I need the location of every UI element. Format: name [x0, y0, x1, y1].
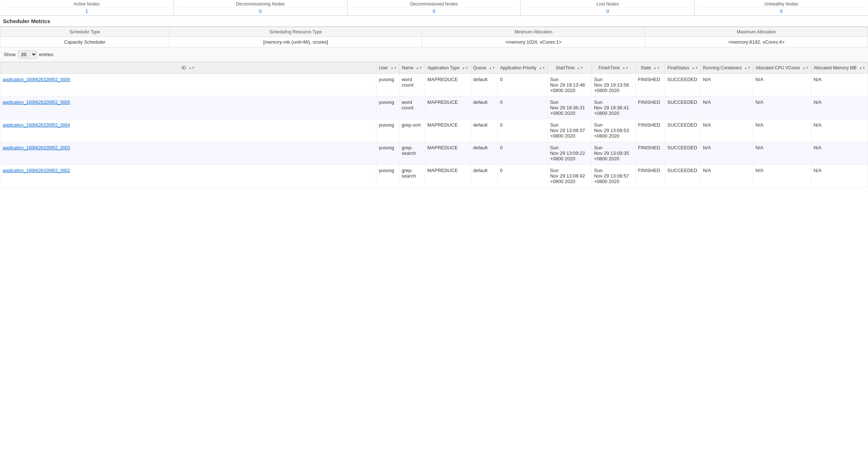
cell-cpu: N/A [753, 96, 811, 119]
scheduler-row: Capacity Scheduler [memory-mb (unit=Mi),… [0, 37, 868, 47]
cell-id: application_1606626329952_0002 [0, 165, 376, 187]
finishtime-sort-icon[interactable]: ▲▼ [622, 66, 629, 70]
cell-memory: N/A [811, 142, 868, 165]
app-id-link[interactable]: application_1606626329952_0005 [3, 100, 70, 105]
cell-apptype: MAPREDUCE [425, 74, 471, 96]
cell-priority: 0 [497, 74, 548, 96]
name-sort-icon[interactable]: ▲▼ [416, 66, 422, 70]
cell-name: grep-search [399, 142, 425, 165]
active-nodes-value: 1 [3, 8, 170, 14]
col-header-finishtime[interactable]: FinishTime ▲▼ [592, 62, 636, 74]
user-sort-icon[interactable]: ▲▼ [390, 66, 397, 70]
priority-sort-icon[interactable]: ▲▼ [539, 66, 545, 70]
active-nodes-cell: Active Nodes 1 [0, 0, 174, 15]
cell-queue: default [471, 165, 497, 187]
finalstatus-sort-icon[interactable]: ▲▼ [692, 66, 698, 70]
show-entries-bar: Show 10 20 50 100 entries [0, 47, 868, 62]
cell-apptype: MAPREDUCE [425, 142, 471, 165]
cell-id: application_1606626329952_0004 [0, 119, 376, 142]
scheduler-table: Scheduler Type Scheduling Resource Type … [0, 27, 868, 47]
cell-name: grep-search [399, 165, 425, 187]
cell-cpu: N/A [753, 119, 811, 142]
lost-nodes-cell: Lost Nodes 0 [521, 0, 695, 15]
id-sort-icon[interactable]: ▲▼ [188, 66, 195, 70]
cell-queue: default [471, 74, 497, 96]
col-header-cpu[interactable]: Allocated CPU VCores ▲▼ [753, 62, 811, 74]
entries-select[interactable]: 10 20 50 100 [18, 50, 37, 59]
col-header-apptype[interactable]: Application Type ▲▼ [425, 62, 471, 74]
cell-apptype: MAPREDUCE [425, 119, 471, 142]
scheduling-resource-value: [memory-mb (unit=Mi), vcores] [169, 37, 422, 47]
show-label: Show [4, 52, 16, 57]
active-nodes-label: Active Nodes [3, 1, 170, 8]
cell-memory: N/A [811, 119, 868, 142]
cell-state: FINISHED [636, 119, 665, 142]
lost-nodes-value: 0 [524, 8, 691, 14]
cell-finishtime: SunNov 29 13:08:57 +0800 2020 [592, 165, 636, 187]
cell-cpu: N/A [753, 165, 811, 187]
max-allocation-header: Maximum Allocation [645, 27, 868, 37]
cell-name: word count [399, 74, 425, 96]
running-sort-icon[interactable]: ▲▼ [744, 66, 751, 70]
app-id-link[interactable]: application_1606626329952_0002 [3, 168, 70, 173]
col-header-running[interactable]: Running Containers ▲▼ [700, 62, 753, 74]
starttime-sort-icon[interactable]: ▲▼ [577, 66, 584, 70]
decommissioned-nodes-value: 0 [350, 8, 518, 14]
cell-running: N/A [700, 142, 753, 165]
cell-user: yusong [376, 74, 400, 96]
col-header-priority[interactable]: Application Priority ▲▼ [497, 62, 548, 74]
app-id-link[interactable]: application_1606626329952_0004 [3, 123, 70, 128]
col-header-state[interactable]: State ▲▼ [636, 62, 665, 74]
scheduler-type-header: Scheduler Type [0, 27, 170, 37]
state-sort-icon[interactable]: ▲▼ [653, 66, 660, 70]
cell-queue: default [471, 142, 497, 165]
cell-user: yusong [376, 165, 400, 187]
app-id-link[interactable]: application_1606626329952_0006 [3, 77, 70, 82]
cell-finalstatus: SUCCEEDED [665, 142, 700, 165]
col-header-memory[interactable]: Allocated Memory MB ▲▼ [811, 62, 868, 74]
cell-finishtime: SunNov 29 13:09:53 +0800 2020 [592, 119, 636, 142]
col-header-user[interactable]: User ▲▼ [376, 62, 400, 74]
decommissioned-nodes-label: Decommissioned Nodes [350, 1, 518, 8]
cell-name: grep-sort [399, 119, 425, 142]
cpu-sort-icon[interactable]: ▲▼ [802, 66, 809, 70]
col-header-id[interactable]: ID ▲▼ [0, 62, 376, 74]
col-header-queue[interactable]: Queue ▲▼ [471, 62, 497, 74]
cell-finalstatus: SUCCEEDED [665, 119, 700, 142]
unhealthy-nodes-value: 0 [698, 8, 865, 14]
cell-state: FINISHED [636, 165, 665, 187]
cell-id: application_1606626329952_0005 [0, 96, 376, 119]
unhealthy-nodes-label: Unhealthy Nodes [698, 1, 865, 8]
cell-priority: 0 [497, 96, 548, 119]
cell-running: N/A [700, 119, 753, 142]
cell-apptype: MAPREDUCE [425, 165, 471, 187]
col-header-finalstatus[interactable]: FinalStatus ▲▼ [665, 62, 700, 74]
col-header-name[interactable]: Name ▲▼ [399, 62, 425, 74]
cell-finalstatus: SUCCEEDED [665, 165, 700, 187]
cell-user: yusong [376, 119, 400, 142]
cell-starttime: SunNov 29 13:09:37 +0800 2020 [548, 119, 592, 142]
col-header-starttime[interactable]: StartTime ▲▼ [548, 62, 592, 74]
queue-sort-icon[interactable]: ▲▼ [489, 66, 495, 70]
apptype-sort-icon[interactable]: ▲▼ [462, 66, 468, 70]
cell-finalstatus: SUCCEEDED [665, 96, 700, 119]
table-row: application_1606626329952_0003yusonggrep… [0, 142, 868, 165]
decommissioning-nodes-label: Decommissioning Nodes [177, 1, 344, 8]
cell-finalstatus: SUCCEEDED [665, 74, 700, 96]
applications-table: ID ▲▼ User ▲▼ Name ▲▼ Application Type ▲… [0, 62, 868, 187]
memory-sort-icon[interactable]: ▲▼ [859, 66, 865, 70]
decommissioning-nodes-value: 0 [177, 8, 344, 14]
cell-state: FINISHED [636, 96, 665, 119]
cell-running: N/A [700, 74, 753, 96]
cell-finishtime: SunNov 29 18:36:41 +0800 2020 [592, 96, 636, 119]
entries-label: entries [39, 52, 54, 57]
app-id-link[interactable]: application_1606626329952_0003 [3, 145, 70, 150]
cell-memory: N/A [811, 74, 868, 96]
cell-starttime: SunNov 29 18:36:31 +0800 2020 [548, 96, 592, 119]
cell-user: yusong [376, 96, 400, 119]
decommissioned-nodes-cell: Decommissioned Nodes 0 [347, 0, 521, 15]
cell-running: N/A [700, 96, 753, 119]
min-allocation-header: Minimum Allocation [422, 27, 645, 37]
cell-starttime: SunNov 29 13:08:42 +0800 2020 [548, 165, 592, 187]
cell-id: application_1606626329952_0006 [0, 74, 376, 96]
